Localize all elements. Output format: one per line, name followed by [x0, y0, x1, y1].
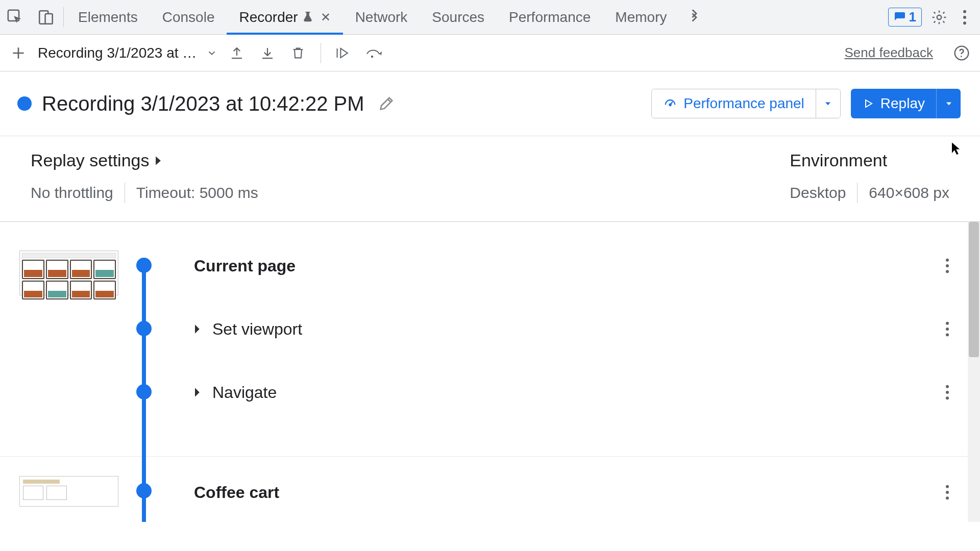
recorder-toolbar: Recording 3/1/2023 at 10… Send feedback — [0, 35, 980, 71]
step-label: Current page — [194, 257, 296, 276]
replay-dropdown[interactable] — [936, 89, 961, 118]
step-menu-icon[interactable] — [945, 385, 949, 400]
timeout-value: Timeout: 5000 ms — [136, 184, 258, 202]
svg-point-21 — [946, 491, 949, 494]
svg-point-6 — [963, 21, 966, 24]
delete-icon[interactable] — [287, 42, 309, 64]
expand-caret-icon — [194, 324, 203, 334]
issues-badge[interactable]: 1 — [888, 8, 922, 27]
replay-button[interactable]: Replay — [851, 89, 961, 118]
step-current-page[interactable]: Current page — [143, 251, 980, 281]
svg-point-7 — [371, 55, 373, 57]
svg-point-5 — [963, 16, 966, 19]
play-icon — [862, 97, 874, 110]
close-icon[interactable]: ✕ — [321, 10, 331, 24]
more-tabs-button[interactable] — [679, 0, 708, 34]
tab-console[interactable]: Console — [150, 0, 227, 34]
tab-performance[interactable]: Performance — [497, 0, 603, 34]
performance-panel-label: Performance panel — [683, 95, 804, 112]
import-icon[interactable] — [226, 42, 248, 64]
viewport-value: 640×608 px — [869, 184, 949, 202]
throttling-value: No throttling — [31, 184, 113, 202]
settings-gear-icon[interactable] — [928, 9, 950, 26]
tab-memory[interactable]: Memory — [603, 0, 679, 34]
svg-point-15 — [946, 328, 949, 331]
devtools-tabstrip: Elements Console Recorder ✕ Network Sour… — [0, 0, 980, 35]
gauge-icon — [663, 96, 677, 111]
svg-point-11 — [946, 259, 949, 262]
recording-header: Recording 3/1/2023 at 10:42:22 PM Perfor… — [0, 71, 980, 136]
more-options-icon[interactable] — [957, 10, 973, 25]
issues-count: 1 — [909, 9, 916, 25]
replay-button-label: Replay — [880, 95, 925, 112]
steps-panel: Current page Set viewport Navigate — [0, 222, 980, 522]
step-section: Current page Set viewport Navigate — [0, 251, 980, 457]
send-feedback-link[interactable]: Send feedback — [845, 45, 933, 61]
svg-point-10 — [670, 104, 671, 106]
svg-point-12 — [946, 264, 949, 267]
recording-select-label: Recording 3/1/2023 at 10… — [38, 45, 201, 61]
svg-point-19 — [946, 396, 949, 399]
svg-point-16 — [946, 333, 949, 336]
step-coffee-cart[interactable]: Coffee cart — [143, 477, 980, 508]
svg-point-14 — [946, 322, 949, 325]
scrollbar[interactable] — [968, 222, 980, 522]
svg-point-22 — [946, 496, 949, 499]
step-label: Navigate — [212, 383, 277, 402]
new-recording-button[interactable] — [7, 42, 30, 64]
help-icon[interactable] — [950, 42, 973, 64]
recording-select[interactable]: Recording 3/1/2023 at 10… — [38, 45, 217, 61]
performance-panel-dropdown[interactable] — [816, 89, 840, 118]
recording-title: Recording 3/1/2023 at 10:42:22 PM — [42, 92, 364, 115]
tab-recorder[interactable]: Recorder ✕ — [227, 0, 342, 34]
expand-caret-icon — [194, 387, 203, 397]
export-icon[interactable] — [256, 42, 279, 64]
svg-point-18 — [946, 391, 949, 394]
flask-icon — [302, 11, 313, 23]
step-menu-icon[interactable] — [945, 258, 949, 273]
step-menu-icon[interactable] — [945, 485, 949, 500]
step-thumbnail — [19, 251, 118, 295]
svg-rect-2 — [45, 13, 53, 23]
svg-point-17 — [946, 385, 949, 388]
recording-status-dot — [17, 96, 32, 111]
device-toolbar-icon[interactable] — [31, 0, 61, 34]
step-play-icon[interactable] — [332, 42, 355, 64]
settings-row: Replay settings No throttling Timeout: 5… — [0, 136, 980, 222]
performance-panel-button[interactable]: Performance panel — [651, 89, 841, 118]
tab-elements[interactable]: Elements — [66, 0, 150, 34]
step-label: Coffee cart — [194, 483, 279, 502]
tab-network[interactable]: Network — [343, 0, 420, 34]
svg-point-4 — [963, 10, 966, 13]
edit-title-icon[interactable] — [378, 95, 395, 112]
step-label: Set viewport — [212, 320, 302, 339]
step-thumbnail — [19, 476, 118, 507]
svg-point-13 — [946, 270, 949, 273]
step-set-viewport[interactable]: Set viewport — [143, 314, 980, 344]
scrollbar-thumb[interactable] — [969, 222, 979, 357]
mouse-cursor-icon — [950, 141, 962, 156]
svg-point-20 — [946, 485, 949, 488]
svg-point-9 — [961, 56, 962, 57]
tab-sources[interactable]: Sources — [420, 0, 497, 34]
step-navigate[interactable]: Navigate — [143, 377, 980, 408]
device-value: Desktop — [790, 184, 846, 202]
environment-heading: Environment — [790, 151, 949, 170]
step-over-icon[interactable] — [363, 42, 385, 64]
svg-point-3 — [937, 15, 942, 19]
inspect-element-icon[interactable] — [0, 0, 31, 34]
step-menu-icon[interactable] — [945, 321, 949, 337]
replay-settings-heading[interactable]: Replay settings — [31, 151, 790, 170]
step-section: Coffee cart — [0, 457, 980, 522]
